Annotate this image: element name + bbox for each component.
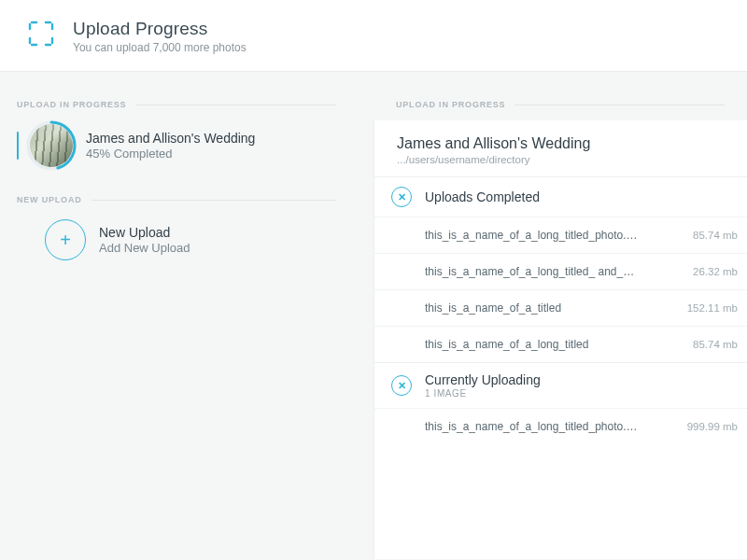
details-panel: James and Allison's Wedding .../users/us… (374, 120, 747, 559)
file-size: 152.11 mb (687, 302, 738, 314)
section-label-right: UPLOAD IN PROGRESS (374, 100, 747, 109)
file-row[interactable]: this_is_a_name_of_a_long_titled 85.74 mb (374, 326, 747, 362)
panel-path: .../users/username/directory (397, 154, 725, 165)
file-row[interactable]: this_is_a_name_of_a_titled 152.11 mb (374, 289, 747, 326)
upload-thumbnail (30, 124, 73, 167)
section-label-progress: UPLOAD IN PROGRESS (17, 100, 336, 109)
selected-indicator (17, 132, 19, 160)
right-panel: UPLOAD IN PROGRESS James and Allison's W… (374, 72, 747, 560)
active-upload-item[interactable]: James and Allison's Wedding 45% Complete… (17, 124, 336, 167)
current-group-header[interactable]: ✕ Currently Uploading 1 IMAGE (374, 362, 747, 408)
upload-progress-text: 45% Completed (86, 147, 255, 161)
file-row[interactable]: this_is_a_name_of_a_long_titled_photo.jp… (374, 217, 747, 253)
upload-title: James and Allison's Wedding (86, 131, 255, 146)
file-size: 85.74 mb (693, 339, 738, 350)
section-label-text: NEW UPLOAD (17, 195, 82, 204)
completed-group-header[interactable]: ✕ Uploads Completed (374, 176, 747, 217)
thumbnail-image (30, 124, 73, 167)
header: Upload Progress You can upload 7,000 mor… (0, 0, 747, 72)
file-row[interactable]: this_is_a_name_of_a_long_titled_ and_can… (374, 253, 747, 289)
close-icon[interactable]: ✕ (391, 187, 412, 207)
divider (92, 200, 337, 201)
file-size: 26.32 mb (693, 266, 738, 277)
file-name: this_is_a_name_of_a_long_titled_photo.jp… (425, 420, 640, 433)
divider (514, 105, 725, 105)
new-upload-title: New Upload (99, 225, 190, 240)
divider (135, 105, 336, 105)
group-subtitle: 1 IMAGE (425, 388, 541, 399)
file-name: this_is_a_name_of_a_long_titled_ and_can… (425, 265, 640, 278)
section-label-text: UPLOAD IN PROGRESS (17, 100, 126, 109)
panel-title: James and Allison's Wedding (397, 135, 725, 152)
page-subtitle: You can upload 7,000 more photos (73, 41, 247, 54)
close-icon[interactable]: ✕ (391, 375, 412, 396)
page-title: Upload Progress (73, 19, 247, 39)
group-title: Uploads Completed (425, 189, 540, 204)
new-upload-subtitle: Add New Upload (99, 241, 190, 255)
file-size: 85.74 mb (693, 230, 738, 241)
left-sidebar: UPLOAD IN PROGRESS James and Allison's W… (0, 72, 374, 560)
app-logo-icon (28, 21, 54, 47)
file-size: 999.99 mb (687, 421, 738, 432)
plus-icon: + (45, 219, 86, 260)
file-name: this_is_a_name_of_a_long_titled (425, 338, 588, 351)
section-label-text: UPLOAD IN PROGRESS (396, 100, 505, 109)
file-row[interactable]: this_is_a_name_of_a_long_titled_photo.jp… (374, 408, 747, 444)
file-name: this_is_a_name_of_a_titled (425, 301, 561, 315)
section-label-new: NEW UPLOAD (17, 195, 336, 204)
group-title: Currently Uploading (425, 372, 541, 387)
file-name: this_is_a_name_of_a_long_titled_photo.jp… (425, 229, 640, 242)
new-upload-button[interactable]: + New Upload Add New Upload (17, 219, 336, 260)
